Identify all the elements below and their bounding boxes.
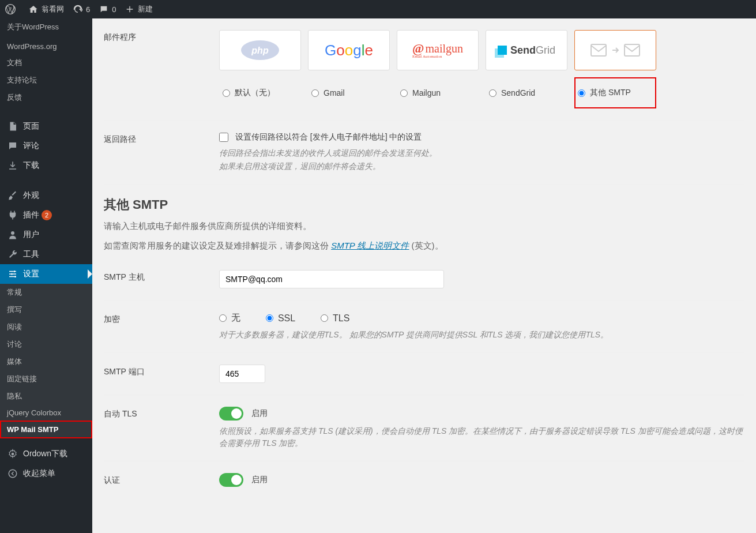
new-content-menu[interactable]: 新建: [125, 4, 153, 14]
wordpress-icon: [5, 3, 16, 15]
sidebar-sub-writing[interactable]: 撰写: [0, 301, 92, 318]
help-suffix: (英文)。: [409, 241, 443, 250]
home-icon: [29, 5, 38, 14]
section-subtitle: 请输入主机或电子邮件服务供应商所提供的详细资料。: [104, 219, 744, 233]
sidebar-wp-org[interactable]: WordPress.org: [0, 39, 92, 54]
mailer-radio-sendgrid[interactable]: SendGrid: [486, 77, 567, 108]
user-icon: [7, 230, 18, 240]
mailer-radio-default[interactable]: 默认（无）: [219, 77, 301, 108]
mailer-card-other-smtp[interactable]: [574, 30, 656, 70]
radio-input[interactable]: [321, 314, 328, 322]
mailer-card-default[interactable]: php: [219, 30, 301, 70]
sidebar-sub-permalinks[interactable]: 固定链接: [0, 370, 92, 388]
sidebar-feedback[interactable]: 反馈: [0, 89, 92, 106]
sendgrid-logo-icon: SendGrid: [498, 44, 555, 57]
help-prefix: 如需查阅常用服务的建议设定及疑难排解提示，请参阅这份: [104, 241, 331, 250]
auto-tls-toggle[interactable]: [219, 407, 243, 421]
return-path-desc1: 传回路径会指出未发送的收件人或退回的邮件会发送至何处。: [219, 147, 744, 159]
return-path-checkbox-wrap[interactable]: 设置传回路径以符合 [发件人电子邮件地址] 中的设置: [219, 132, 422, 141]
collapse-icon: [7, 468, 18, 479]
mailer-radio-gmail[interactable]: Gmail: [308, 77, 390, 108]
sidebar-item-label: 插件: [23, 210, 39, 220]
radio-label: Mailgun: [412, 88, 441, 97]
sidebar-comments[interactable]: 评论: [0, 136, 92, 156]
sidebar-collapse[interactable]: 收起菜单: [0, 464, 92, 483]
mailgun-logo-icon: @mailgunEmail Automation: [412, 42, 463, 59]
radio-input[interactable]: [223, 89, 230, 97]
encryption-desc: 对于大多数服务器，建议使用TLS。 如果您的SMTP 提供商同时提供SSL 和T…: [219, 329, 744, 341]
radio-input[interactable]: [266, 314, 273, 322]
mailer-card-sendgrid[interactable]: SendGrid: [486, 30, 567, 70]
encryption-radio-tls[interactable]: TLS: [321, 313, 349, 324]
sidebar-appearance[interactable]: 外观: [0, 186, 92, 205]
radio-label: 其他 SMTP: [590, 88, 631, 98]
sidebar-users[interactable]: 用户: [0, 225, 92, 245]
sidebar-ordown[interactable]: Ordown下载: [0, 444, 92, 464]
auth-on-label: 启用: [251, 475, 268, 484]
mailer-card-gmail[interactable]: Google: [308, 30, 390, 70]
row-auto-tls: 自动 TLS 启用 依照预设，如果服务器支持 TLS (建议采用)，便会自动使用…: [104, 395, 744, 461]
radio-input[interactable]: [311, 89, 319, 97]
sidebar-item-label: 页面: [23, 121, 39, 132]
sidebar-item-label: 外观: [23, 190, 39, 201]
return-path-desc2: 如果未启用这项设置，退回的邮件将会遗失。: [219, 160, 744, 172]
sidebar-plugins[interactable]: 插件2: [0, 205, 92, 225]
wrench-icon: [7, 249, 18, 260]
radio-input[interactable]: [400, 89, 408, 97]
smtp-docs-link[interactable]: SMTP 线上说明文件: [331, 241, 409, 250]
sidebar-sub-privacy[interactable]: 隐私: [0, 388, 92, 405]
sidebar-sub-wp-mail-smtp[interactable]: WP Mail SMTP: [0, 421, 92, 438]
section-title: 其他 SMTP: [104, 196, 744, 213]
sidebar-sub-jquery-colorbox[interactable]: jQuery Colorbox: [0, 405, 92, 421]
plus-icon: [125, 5, 134, 14]
radio-input[interactable]: [219, 314, 227, 322]
site-name-label: 翁看网: [42, 4, 64, 14]
encryption-radio-none[interactable]: 无: [219, 312, 240, 324]
brush-icon: [7, 190, 18, 201]
sliders-icon: [7, 269, 18, 279]
radio-input[interactable]: [578, 89, 585, 97]
mailer-card-mailgun[interactable]: @mailgunEmail Automation: [397, 30, 479, 70]
smtp-port-input[interactable]: [219, 365, 265, 383]
site-name-menu[interactable]: 翁看网: [29, 4, 64, 14]
radio-input[interactable]: [489, 89, 497, 97]
label-smtp-port: SMTP 端口: [104, 365, 219, 383]
sidebar-sub-discussion[interactable]: 讨论: [0, 336, 92, 353]
sidebar-sub-reading[interactable]: 阅读: [0, 318, 92, 336]
row-encryption: 加密 无 SSL TLS 对于大多数服务器，建议使用TLS。 如果您的SMTP …: [104, 301, 744, 353]
updates-menu[interactable]: 6: [73, 5, 90, 14]
settings-content: 邮件程序 php Google @mailgunEmail Automation…: [92, 18, 756, 521]
sidebar-pages[interactable]: 页面: [0, 117, 92, 136]
sidebar-item-label: 用户: [23, 230, 39, 240]
sidebar-sub-media[interactable]: 媒体: [0, 353, 92, 370]
new-label: 新建: [138, 4, 153, 14]
return-path-checkbox[interactable]: [219, 133, 228, 142]
sidebar-item-label: 收起菜单: [23, 468, 55, 479]
page-icon: [7, 121, 18, 132]
sidebar-about[interactable]: 关于WordPress: [0, 18, 92, 36]
admin-sidebar: 关于WordPress WordPress.org 文档 支持论坛 反馈 页面 …: [0, 18, 92, 521]
radio-label: Gmail: [324, 88, 345, 97]
section-help: 如需查阅常用服务的建议设定及疑难排解提示，请参阅这份 SMTP 线上说明文件 (…: [104, 239, 744, 253]
label-auto-tls: 自动 TLS: [104, 407, 219, 449]
radio-label: SSL: [278, 313, 295, 324]
comments-count: 0: [112, 5, 116, 14]
mailer-radio-mailgun[interactable]: Mailgun: [397, 77, 479, 108]
wp-logo-menu[interactable]: [5, 3, 20, 15]
sidebar-settings[interactable]: 设置: [0, 264, 92, 284]
encryption-radio-ssl[interactable]: SSL: [266, 313, 295, 324]
label-mailer: 邮件程序: [104, 30, 219, 108]
google-logo-icon: Google: [325, 42, 373, 59]
sidebar-tools[interactable]: 工具: [0, 245, 92, 264]
sidebar-docs[interactable]: 文档: [0, 54, 92, 72]
mailer-radio-other-smtp[interactable]: 其他 SMTP: [574, 77, 656, 108]
auth-toggle[interactable]: [219, 473, 243, 487]
sidebar-sub-general[interactable]: 常规: [0, 284, 92, 301]
sidebar-item-label: 下载: [23, 160, 39, 171]
comments-menu[interactable]: 0: [99, 5, 116, 14]
sidebar-support[interactable]: 支持论坛: [0, 72, 92, 89]
sidebar-downloads[interactable]: 下载: [0, 156, 92, 175]
radio-label: 默认（无）: [235, 88, 275, 98]
svg-point-6: [9, 470, 17, 478]
smtp-host-input[interactable]: [219, 270, 444, 288]
